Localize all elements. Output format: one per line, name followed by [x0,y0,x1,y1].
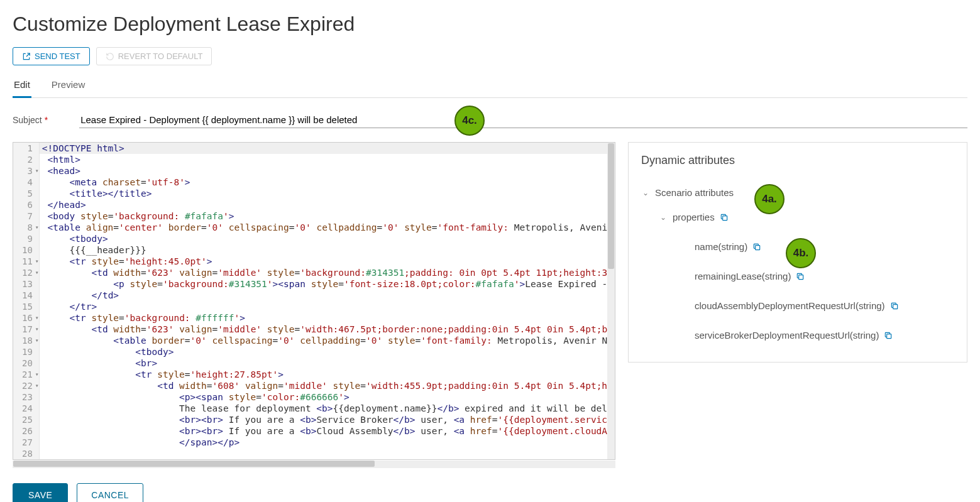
copy-icon[interactable] [890,302,899,310]
vertical-scrollbar[interactable] [607,143,615,459]
svg-rect-1 [756,245,760,249]
cancel-button[interactable]: CANCEL [77,483,143,502]
svg-rect-2 [799,275,803,279]
subject-input[interactable] [79,112,967,128]
send-test-label: SEND TEST [35,52,80,61]
tabs: Edit Preview [13,75,967,98]
svg-rect-0 [722,216,727,220]
revert-label: REVERT TO DEFAULT [118,52,203,61]
chevron-down-icon: ⌄ [659,213,668,222]
save-button[interactable]: SAVE [13,483,68,502]
tab-edit[interactable]: Edit [13,75,31,98]
attribute-label: name(string) [695,241,747,252]
scenario-label: Scenario attributes [655,187,734,198]
scenario-attributes-node[interactable]: ⌄ Scenario attributes [641,183,954,202]
attribute-item[interactable]: cloudAssemblyDeploymentRequestUrl(string… [641,297,954,315]
attribute-label: cloudAssemblyDeploymentRequestUrl(string… [695,300,885,311]
attribute-item[interactable]: serviceBrokerDeploymentRequestUrl(string… [641,326,954,344]
subject-row: Subject* 4c. [13,112,967,128]
editor-gutter: 1234567891011121314151617181920212223242… [13,143,40,459]
properties-label: properties [673,212,715,222]
svg-rect-4 [887,334,891,338]
callout-4c: 4c. [454,106,485,136]
horizontal-scrollbar[interactable] [13,461,615,468]
editor-code[interactable]: <!DOCTYPE html> <html> <head> <meta char… [40,143,615,459]
attribute-item[interactable]: remainingLease(string) [641,267,954,285]
callout-4a: 4a. [754,184,785,214]
svg-rect-3 [893,304,897,308]
send-test-button[interactable]: SEND TEST [13,47,90,65]
dynamic-attributes-panel: Dynamic attributes ⌄ Scenario attributes… [628,142,967,363]
chevron-down-icon: ⌄ [641,188,650,197]
copy-icon[interactable] [884,331,893,340]
revert-icon [106,52,114,61]
footer: SAVE CANCEL [13,483,967,502]
callout-4b: 4b. [786,238,816,268]
code-editor[interactable]: 1234567891011121314151617181920212223242… [13,142,615,460]
properties-node[interactable]: ⌄ properties [641,208,954,226]
page-title: Customize Deployment Lease Expired [13,13,967,36]
revert-button: REVERT TO DEFAULT [96,47,212,65]
send-icon [22,52,31,61]
subject-label: Subject* [13,115,48,125]
sidebar-title: Dynamic attributes [641,154,954,167]
copy-icon[interactable] [720,213,729,222]
tab-preview[interactable]: Preview [50,75,86,97]
attribute-label: serviceBrokerDeploymentRequestUrl(string… [695,330,879,341]
copy-icon[interactable] [752,243,761,251]
copy-icon[interactable] [796,272,805,281]
attribute-label: remainingLease(string) [695,271,791,281]
toolbar: SEND TEST REVERT TO DEFAULT [13,47,967,65]
